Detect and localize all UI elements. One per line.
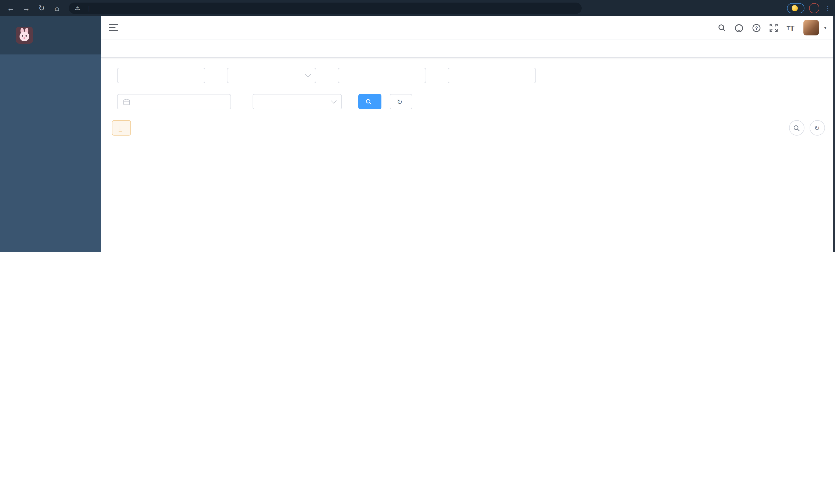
- date-range-input[interactable]: [117, 94, 231, 109]
- request-url-input[interactable]: [448, 68, 536, 83]
- sidebar-logo-row[interactable]: [0, 16, 101, 54]
- user-type-select[interactable]: [227, 68, 316, 83]
- toggle-search-button[interactable]: [789, 120, 804, 136]
- browser-reload-icon[interactable]: ↻: [35, 1, 48, 15]
- reset-button[interactable]: ↻: [390, 94, 412, 109]
- filter-user-type: [222, 68, 316, 83]
- navbar-right-menu: ? TT ▼: [718, 20, 827, 36]
- tabs-bar: [101, 40, 835, 58]
- search-button[interactable]: [358, 94, 382, 109]
- browser-toolbar: ← → ↻ ⌂ ⚠ | ⋮: [0, 0, 835, 16]
- fullscreen-icon[interactable]: [770, 24, 778, 32]
- filter-request-url: [443, 68, 536, 83]
- refresh-icon: ↻: [814, 124, 820, 132]
- user-menu-caret-icon[interactable]: ▼: [823, 25, 827, 30]
- emoji-face-icon: [791, 5, 797, 11]
- browser-back-icon[interactable]: ←: [4, 1, 18, 15]
- filter-exception-time: [112, 94, 231, 109]
- search-icon: [366, 99, 372, 105]
- app-name-input[interactable]: [338, 68, 426, 83]
- search-icon[interactable]: [718, 24, 726, 32]
- extensions-area: ⋮: [782, 3, 831, 13]
- sidebar-toggle-icon[interactable]: [109, 24, 118, 31]
- address-divider: |: [88, 5, 90, 11]
- refresh-icon: ↻: [397, 98, 403, 105]
- calendar-icon: [123, 98, 130, 105]
- svg-text:?: ?: [755, 25, 758, 31]
- paused-badge[interactable]: [787, 3, 804, 13]
- page-content: ↻ ↓ ↻: [101, 58, 835, 252]
- app-frame: ? TT ▼: [0, 16, 835, 252]
- download-icon: ↓: [119, 124, 121, 131]
- table-tool-buttons: ↻: [789, 120, 825, 136]
- window-right-edge: [833, 16, 835, 252]
- search-icon: [793, 124, 800, 131]
- font-size-icon[interactable]: TT: [787, 23, 795, 32]
- user-id-input[interactable]: [117, 68, 205, 83]
- filter-form: ↻: [112, 68, 826, 109]
- filter-process-status: [247, 94, 342, 109]
- browser-home-icon[interactable]: ⌂: [50, 1, 64, 15]
- screen: ← → ↻ ⌂ ⚠ | ⋮: [0, 0, 835, 252]
- help-icon[interactable]: ?: [752, 23, 761, 32]
- browser-menu-icon[interactable]: ⋮: [825, 4, 831, 12]
- sidebar: [0, 16, 101, 252]
- filter-user-id: [112, 68, 205, 83]
- address-bar[interactable]: ⚠ |: [69, 2, 582, 14]
- app-logo: [16, 26, 33, 43]
- browser-forward-icon[interactable]: →: [20, 1, 33, 15]
- table-toolbar: ↓ ↻: [112, 120, 826, 136]
- navbar: ? TT ▼: [101, 16, 835, 40]
- not-secure-warning-icon: ⚠: [75, 5, 80, 11]
- refresh-table-button[interactable]: ↻: [809, 120, 825, 136]
- chrome-update-button[interactable]: [809, 3, 819, 13]
- user-avatar[interactable]: [803, 20, 819, 36]
- export-button[interactable]: ↓: [112, 120, 131, 136]
- filter-app-name: [333, 68, 426, 83]
- chevron-down-icon: [331, 98, 337, 104]
- process-status-select[interactable]: [252, 94, 342, 109]
- chevron-down-icon: [305, 72, 311, 78]
- sidebar-bottom-section: [0, 54, 101, 252]
- github-icon[interactable]: [735, 23, 744, 32]
- main-area: ? TT ▼: [101, 16, 835, 252]
